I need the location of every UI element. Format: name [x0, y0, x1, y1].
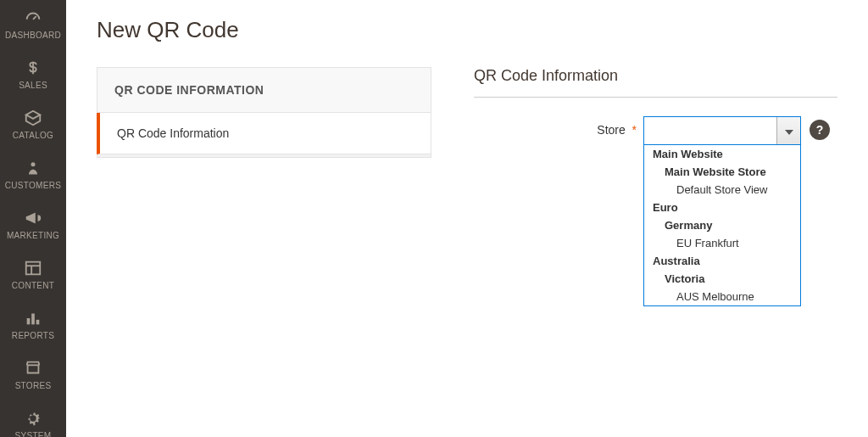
field-label-store: Store *	[474, 116, 643, 137]
store-dropdown: Main WebsiteMain Website StoreDefault St…	[643, 145, 801, 306]
nav-label: MARKETING	[7, 231, 59, 240]
nav-label: STORES	[15, 381, 52, 390]
nav-label: CUSTOMERS	[5, 181, 61, 190]
svg-rect-2	[27, 318, 31, 324]
store-option[interactable]: AUS Melbourne	[644, 288, 800, 305]
tab-qr-info[interactable]: QR Code Information	[97, 113, 431, 154]
form-panel: QR Code Information Store * Main We	[474, 67, 837, 158]
caret-down-icon	[785, 123, 793, 138]
nav-content[interactable]: CONTENT	[0, 250, 66, 300]
svg-point-0	[31, 162, 36, 166]
nav-marketing[interactable]: MARKETING	[0, 200, 66, 250]
svg-rect-4	[36, 320, 40, 325]
store-option[interactable]: Euro	[644, 199, 800, 216]
nav-sales[interactable]: SALES	[0, 50, 66, 100]
svg-rect-1	[26, 262, 41, 275]
dollar-icon	[24, 59, 42, 77]
store-option[interactable]: Australia	[644, 252, 800, 270]
store-option[interactable]: Main Website Store	[644, 163, 800, 181]
gauge-icon	[24, 8, 42, 27]
nav-stores[interactable]: STORES	[0, 350, 66, 401]
sidebar: DASHBOARD SALES CATALOG CUSTOMERS MARKET…	[0, 0, 66, 437]
store-select[interactable]	[643, 116, 801, 145]
nav-catalog[interactable]: CATALOG	[0, 100, 66, 150]
info-panel-header: QR CODE INFORMATION	[97, 67, 431, 113]
bars-icon	[24, 309, 42, 328]
nav-label: DASHBOARD	[5, 31, 61, 40]
box-icon	[24, 109, 42, 127]
main-content: New QR Code QR CODE INFORMATION QR Code …	[66, 0, 868, 437]
gear-icon	[24, 409, 42, 428]
person-icon	[25, 159, 42, 177]
store-option[interactable]: EU Frankfurt	[644, 234, 800, 252]
page-title: New QR Code	[97, 17, 837, 43]
megaphone-icon	[24, 209, 42, 227]
select-toggle[interactable]	[776, 117, 800, 144]
panel-spacer	[97, 154, 431, 158]
info-panel: QR CODE INFORMATION QR Code Information	[97, 67, 431, 158]
store-select-wrap: Main WebsiteMain Website StoreDefault St…	[643, 116, 801, 145]
store-option[interactable]: Default Store View	[644, 181, 800, 199]
store-option[interactable]: Germany	[644, 216, 800, 234]
store-option[interactable]: Main Website	[644, 145, 800, 163]
nav-dashboard[interactable]: DASHBOARD	[0, 0, 66, 50]
store-option[interactable]: Victoria	[644, 270, 800, 288]
nav-label: REPORTS	[12, 331, 54, 340]
nav-reports[interactable]: REPORTS	[0, 300, 66, 350]
form-row-store: Store * Main WebsiteMain Website StoreDe…	[474, 116, 837, 145]
nav-label: SALES	[19, 81, 47, 90]
help-tooltip[interactable]: ?	[810, 120, 830, 140]
svg-rect-3	[31, 314, 35, 325]
nav-label: SYSTEM	[15, 431, 52, 437]
nav-system[interactable]: SYSTEM	[0, 401, 66, 437]
section-title: QR Code Information	[474, 67, 837, 85]
nav-customers[interactable]: CUSTOMERS	[0, 150, 66, 200]
layout-icon	[24, 259, 42, 277]
section-divider	[474, 97, 837, 98]
required-star: *	[632, 123, 637, 137]
nav-label: CONTENT	[12, 281, 54, 290]
store-icon	[24, 359, 42, 378]
label-text: Store	[597, 123, 625, 137]
nav-label: CATALOG	[13, 131, 53, 140]
